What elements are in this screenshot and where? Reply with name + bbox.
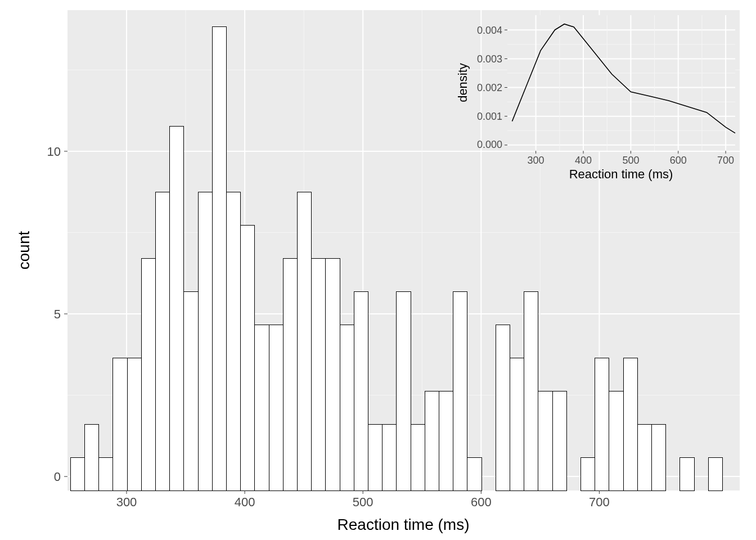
inset-y-tick-3: 0.003 [477, 53, 502, 65]
inset-y-tick-4: 0.004 [477, 25, 502, 36]
inset-x-axis-title: Reaction time (ms) [569, 167, 673, 181]
inset-y-tick-0: 0.000 [477, 139, 502, 150]
inset-y-tick-2: 0.002 [477, 82, 502, 93]
chart-container: 300 400 500 600 700 0 5 10 Reaction time… [0, 0, 756, 540]
inset-x-tick-700: 700 [717, 155, 734, 166]
inset-x-tick-400: 400 [575, 155, 592, 166]
inset-y-tick-1: 0.001 [477, 111, 502, 122]
inset-x-tick-500: 500 [622, 155, 639, 166]
inset-x-tick-300: 300 [528, 155, 544, 166]
inset-y-axis-title: density [456, 63, 470, 102]
inset-plot: 300 400 500 600 700 0.000 0.001 0.002 0.… [0, 0, 756, 540]
inset-x-tick-600: 600 [670, 155, 687, 166]
